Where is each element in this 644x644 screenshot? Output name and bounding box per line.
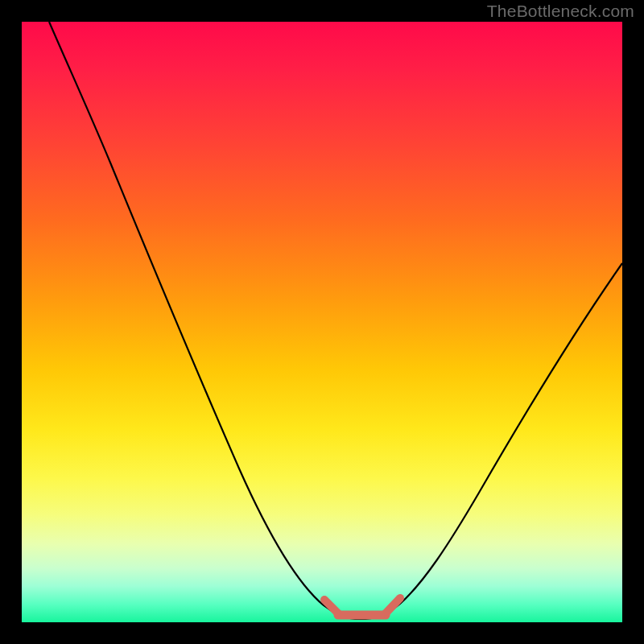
plot-area: [22, 22, 622, 622]
watermark-label: TheBottleneck.com: [487, 2, 634, 21]
bottleneck-curve: [49, 22, 622, 619]
chart-frame: TheBottleneck.com: [0, 0, 644, 644]
curve-layer: [22, 22, 622, 622]
optimal-marker-right-arm: [386, 598, 400, 613]
